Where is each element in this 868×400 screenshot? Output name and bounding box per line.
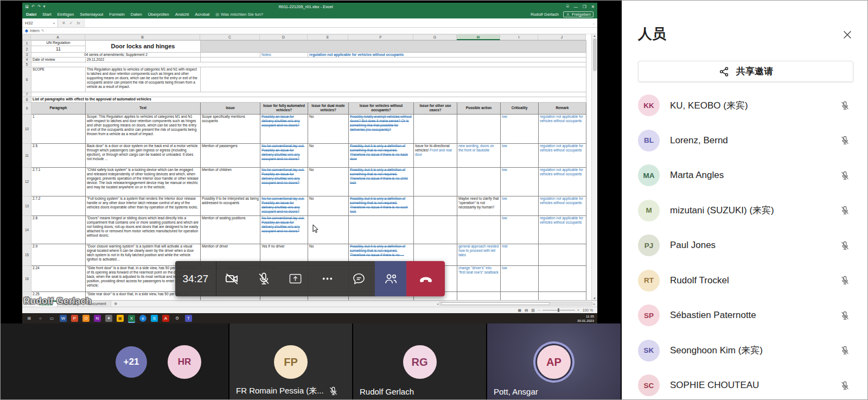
people-button[interactable] <box>375 261 406 296</box>
column-title[interactable]: Issue for vehicles without occupants? <box>349 102 414 114</box>
quick-access-toolbar[interactable]: 🖫↶↷▾ <box>25 4 45 9</box>
cell[interactable]: regulation not applicable for vehicles w… <box>539 196 586 215</box>
edit-label-icon[interactable]: ✎ <box>41 29 44 33</box>
cell-notes-value[interactable]: regulation not applicable for vehicles w… <box>308 53 586 58</box>
cell[interactable]: low <box>501 215 539 244</box>
cell[interactable]: regulation not applicable for vehicles w… <box>539 143 586 167</box>
column-title[interactable]: Issue for other use cases? <box>414 102 457 114</box>
undo-icon[interactable]: ↶ <box>31 4 35 9</box>
table-row[interactable]: 101Scope: This Regulation applies to veh… <box>23 114 586 143</box>
cell[interactable]: 2.7.1 <box>31 167 86 196</box>
horizontal-scrollbar[interactable]: ◂▸ <box>435 301 597 307</box>
ribbon-tab-acrobat[interactable]: Acrobat <box>195 12 209 17</box>
row-header[interactable]: 9 <box>23 102 31 114</box>
cell[interactable]: 2.7.2 <box>31 196 86 215</box>
overflow-tile[interactable]: +21HR <box>1 323 228 400</box>
cell[interactable]: Back door" is a door or door system on t… <box>86 143 201 167</box>
cell[interactable]: No for conventional lay-out. Possibly an… <box>260 196 308 215</box>
cell[interactable] <box>414 215 457 244</box>
cell[interactable]: No <box>308 196 349 215</box>
cell[interactable]: Possibly, but it is only a definition of… <box>349 143 414 167</box>
cell[interactable]: 2.5 <box>31 143 86 167</box>
mic-off-icon[interactable] <box>840 205 850 215</box>
cell[interactable]: low <box>501 196 539 215</box>
cell[interactable]: No <box>308 167 349 196</box>
mic-off-icon[interactable] <box>840 275 850 285</box>
cell-gray-band[interactable] <box>201 41 586 53</box>
camera-toggle-button[interactable] <box>216 261 248 296</box>
cell[interactable] <box>414 114 457 143</box>
cell[interactable]: No <box>308 114 349 143</box>
name-box[interactable]: H32▾ <box>22 18 58 27</box>
save-icon[interactable]: 🖫 <box>25 5 29 9</box>
excel-icon[interactable]: X <box>128 315 135 322</box>
hangup-button[interactable] <box>406 261 445 296</box>
table-header-row[interactable]: 9ParagraphTextIssueIssue for fully autom… <box>23 102 586 114</box>
cell-date-label[interactable]: Date of review <box>31 58 86 62</box>
cell[interactable]: 2.24 <box>31 265 86 291</box>
cell[interactable]: "Child safety lock system" is a locking … <box>86 167 201 196</box>
column-header-J[interactable]: J <box>538 34 586 40</box>
scroll-left-icon[interactable]: ◂ <box>437 302 438 306</box>
scroll-up-icon[interactable]: ▲ <box>593 34 596 37</box>
cell[interactable]: Possibly, but it is only a definition of… <box>349 196 414 215</box>
close-button[interactable]: ✕ <box>591 4 595 9</box>
cell[interactable] <box>457 114 501 143</box>
column-title[interactable]: Possible action <box>457 102 501 114</box>
table-row[interactable]: 122.7.1"Child safety lock system" is a l… <box>23 167 586 196</box>
zoom-out-icon[interactable]: − <box>538 308 540 312</box>
formula-expand-icon[interactable]: ⌄ <box>592 21 595 25</box>
cell[interactable]: general approach needed how to proceed w… <box>457 244 501 265</box>
sheet-row[interactable]: 1 UN Regulation Door locks and hinges <box>23 41 586 46</box>
row-header[interactable]: 6 <box>23 67 31 92</box>
view-pagebreak-icon[interactable]: ▧ <box>531 308 534 313</box>
mic-off-icon[interactable] <box>840 380 850 391</box>
sheet-row[interactable]: 5 <box>23 62 586 67</box>
mic-off-icon[interactable] <box>840 170 850 181</box>
participant-row[interactable]: SP Sébastien Paternotte <box>638 298 853 333</box>
column-headers[interactable]: ABCDEFGHIJ <box>22 34 597 40</box>
onenote-icon[interactable]: N <box>94 315 101 322</box>
formula-input[interactable]: ⌄ <box>84 18 597 27</box>
column-title[interactable]: Issue for fully automated vehicles? <box>260 102 308 114</box>
tell-me-box[interactable]: ◎Was möchten Sie tun? <box>215 12 263 17</box>
mic-off-icon[interactable] <box>840 135 850 145</box>
row-header[interactable]: 4 <box>23 58 31 62</box>
restore-button[interactable]: ❐ <box>583 4 586 9</box>
cell[interactable] <box>457 215 501 244</box>
ribbon-tab-formeln[interactable]: Formeln <box>109 12 125 17</box>
cell[interactable]: No <box>308 143 349 167</box>
cell[interactable]: mid <box>501 244 539 265</box>
participant-row[interactable]: MA Marta Angles <box>638 158 853 193</box>
video-tile[interactable]: APPott, Ansgar <box>487 323 621 400</box>
row-header[interactable]: 1 <box>23 41 31 46</box>
column-header-B[interactable]: B <box>85 34 200 40</box>
column-title[interactable]: Issue <box>201 102 260 114</box>
scroll-right-icon[interactable]: ▸ <box>593 302 595 306</box>
word-icon[interactable]: W <box>60 315 67 322</box>
cell[interactable]: Mention of children <box>201 167 260 196</box>
edge-icon[interactable]: e <box>139 315 146 322</box>
mic-off-icon[interactable] <box>840 240 850 251</box>
settings-icon[interactable]: ⚙ <box>174 315 181 322</box>
powerpoint-icon[interactable]: P <box>71 315 78 322</box>
row-header[interactable]: 11 <box>23 143 31 167</box>
column-title[interactable]: Issue for dual mode vehicles? <box>308 102 349 114</box>
column-header-G[interactable]: G <box>413 34 457 40</box>
column-header-F[interactable]: F <box>348 34 413 40</box>
cell[interactable] <box>539 244 586 265</box>
column-header-E[interactable]: E <box>308 34 348 40</box>
mic-toggle-button[interactable] <box>248 261 279 296</box>
chat-button[interactable] <box>343 261 374 296</box>
ribbon-tab-einfügen[interactable]: Einfügen <box>58 12 74 17</box>
qat-dropdown-icon[interactable]: ▾ <box>43 4 46 9</box>
column-header-A[interactable]: A <box>31 34 85 40</box>
acrobat-icon[interactable]: A <box>162 315 169 322</box>
table-row[interactable]: 132.7.2"Full locking system" is a system… <box>23 196 586 215</box>
participant-row[interactable]: M mizutani (SUZUKI) (来宾) <box>638 193 853 228</box>
mic-off-icon[interactable] <box>840 100 850 111</box>
video-tile[interactable]: FPFR Romain Pessia (来... <box>229 323 352 400</box>
cancel-icon[interactable]: ✕ <box>62 21 66 26</box>
minimize-button[interactable]: — <box>573 4 578 9</box>
sheet-row[interactable]: 4 Date of review 29.11.2022 <box>23 58 586 62</box>
